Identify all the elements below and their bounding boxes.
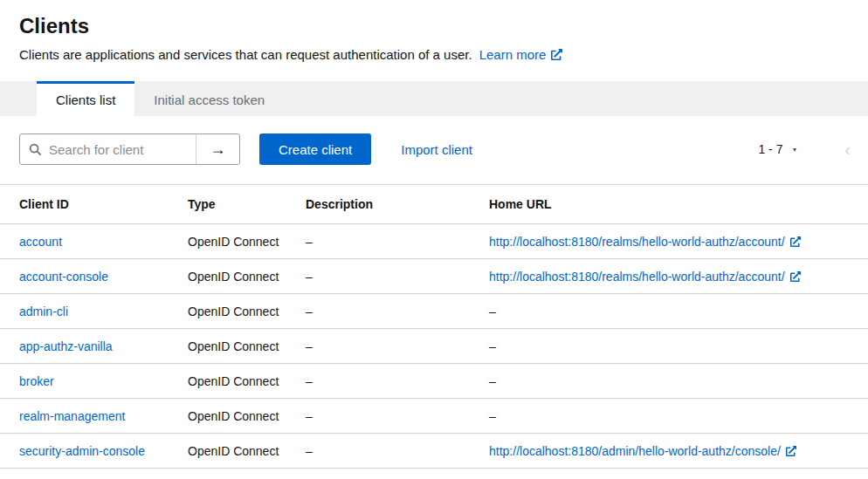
clients-table: Client ID Type Description Home URL acco…: [0, 184, 868, 469]
pagination-range-dropdown[interactable]: 1 - 7 ▼: [758, 142, 799, 156]
client-description: –: [306, 364, 489, 399]
search-icon: [20, 134, 42, 164]
tab-initial-access-token[interactable]: Initial access token: [134, 81, 284, 116]
table-row: security-admin-console OpenID Connect – …: [0, 434, 868, 469]
client-id-link[interactable]: account: [19, 235, 62, 249]
col-header-client-id: Client ID: [0, 185, 188, 224]
home-url-link[interactable]: http://localhost:8180/admin/hello-world-…: [489, 444, 796, 458]
col-header-description: Description: [306, 185, 489, 224]
client-id-link[interactable]: account-console: [19, 270, 108, 284]
create-client-button[interactable]: Create client: [259, 133, 371, 165]
table-row: broker OpenID Connect – –: [0, 364, 868, 399]
import-client-link[interactable]: Import client: [401, 142, 472, 157]
home-url-empty: –: [489, 329, 868, 364]
external-link-icon: [786, 446, 796, 456]
tab-bar: Clients list Initial access token: [0, 81, 868, 116]
caret-down-icon: ▼: [792, 146, 798, 153]
client-type: OpenID Connect: [188, 364, 306, 399]
learn-more-link[interactable]: Learn more: [479, 47, 563, 62]
search-submit-button[interactable]: →: [196, 134, 239, 164]
home-url-link[interactable]: http://localhost:8180/realms/hello-world…: [489, 270, 801, 284]
client-id-link[interactable]: admin-cli: [19, 305, 68, 318]
tab-clients-list[interactable]: Clients list: [37, 81, 134, 116]
external-link-icon: [790, 271, 801, 282]
external-link-icon: [790, 236, 801, 247]
table-header-row: Client ID Type Description Home URL: [0, 185, 868, 224]
table-row: account-console OpenID Connect – http://…: [0, 259, 868, 294]
client-type: OpenID Connect: [188, 294, 306, 329]
table-row: realm-management OpenID Connect – –: [0, 399, 868, 434]
table-row: account OpenID Connect – http://localhos…: [0, 224, 868, 259]
table-row: app-authz-vanilla OpenID Connect – –: [0, 329, 868, 364]
col-header-type: Type: [188, 185, 306, 224]
pagination-prev-button[interactable]: ‹: [844, 140, 851, 158]
home-url-link[interactable]: http://localhost:8180/realms/hello-world…: [489, 235, 801, 249]
page-description: Clients are applications and services th…: [19, 47, 847, 62]
client-description: –: [306, 259, 489, 294]
client-id-link[interactable]: app-authz-vanilla: [19, 339, 113, 353]
home-url-empty: –: [489, 364, 868, 399]
search-input[interactable]: [42, 134, 196, 164]
client-description: –: [306, 224, 489, 259]
home-url-empty: –: [489, 399, 868, 434]
page-title: Clients: [19, 14, 847, 38]
home-url-empty: –: [489, 294, 868, 329]
client-type: OpenID Connect: [188, 434, 306, 469]
client-description: –: [306, 294, 489, 329]
table-row: admin-cli OpenID Connect – –: [0, 294, 868, 329]
external-link-icon: [551, 49, 562, 60]
client-type: OpenID Connect: [188, 224, 306, 259]
client-id-link[interactable]: realm-management: [19, 409, 125, 423]
client-type: OpenID Connect: [188, 259, 306, 294]
client-description: –: [306, 399, 489, 434]
client-type: OpenID Connect: [188, 399, 306, 434]
client-type: OpenID Connect: [188, 329, 306, 364]
client-id-link[interactable]: security-admin-console: [19, 444, 145, 458]
arrow-right-icon: →: [210, 140, 226, 158]
page-header: Clients Clients are applications and ser…: [0, 0, 868, 62]
client-description: –: [306, 329, 489, 364]
page-description-text: Clients are applications and services th…: [19, 47, 472, 62]
client-id-link[interactable]: broker: [19, 374, 54, 388]
pagination: 1 - 7 ▼ ‹: [758, 140, 854, 158]
search-group: →: [19, 133, 240, 165]
client-description: –: [306, 434, 489, 469]
col-header-home-url: Home URL: [489, 185, 868, 224]
toolbar: → Create client Import client 1 - 7 ▼ ‹: [0, 116, 868, 179]
